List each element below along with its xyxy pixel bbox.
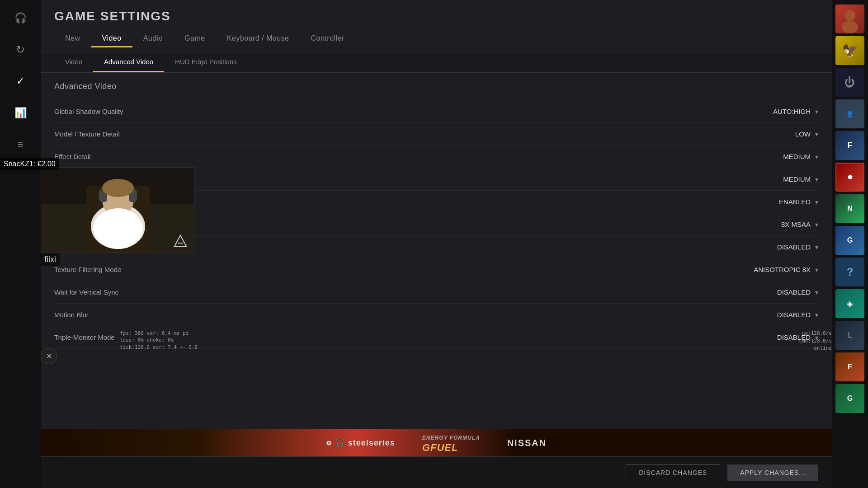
sidebar-headset-icon[interactable]: 🎧 bbox=[9, 7, 32, 29]
setting-value-fxaa[interactable]: DISABLED ▾ bbox=[777, 243, 818, 251]
svg-marker-9 bbox=[175, 235, 186, 246]
subtab-hud[interactable]: HUD Edge Positions bbox=[164, 52, 248, 72]
sponsor-nissan: NISSAN bbox=[507, 438, 547, 448]
setting-vsync[interactable]: Wait for Vertical Sync DISABLED ▾ bbox=[54, 281, 818, 304]
sidebar-check-icon[interactable]: ✓ bbox=[9, 70, 32, 93]
sidebar-avatar-dark[interactable]: L bbox=[835, 321, 864, 350]
debug-text: fps: 380 var: 0.4 ms pi loss: 0% choke: … bbox=[120, 330, 198, 351]
sponsor-bar: ⚙ 🎧 steelseries ENERGY FORMULA GFUEL NIS… bbox=[41, 429, 832, 456]
webcam-person bbox=[41, 168, 194, 253]
right-sidebar: 🦅 ⏻ 👤 F ⬟ N G ? ◈ L F G bbox=[832, 0, 868, 488]
setting-label-global-shadow: Global Shadow Quality bbox=[54, 108, 123, 115]
sidebar-menu-icon[interactable]: ≡ bbox=[9, 133, 32, 156]
setting-label-model-texture: Model / Texture Detail bbox=[54, 130, 120, 138]
setting-texture-filtering[interactable]: Texture Filtering Mode ANISOTROPIC 8X ▾ bbox=[54, 258, 818, 281]
setting-motion-blur[interactable]: Motion Blur DISABLED ▾ bbox=[54, 304, 818, 326]
setting-global-shadow[interactable]: Global Shadow Quality AUTO:HIGH ▾ bbox=[54, 100, 818, 123]
subtab-advanced-video[interactable]: Advanced Video bbox=[93, 52, 164, 72]
sidebar-avatar-green[interactable]: N bbox=[835, 194, 864, 223]
main-tabs: New Video Audio Game Keyboard / Mouse Co… bbox=[54, 31, 818, 47]
sidebar-avatar-teal[interactable]: ◈ bbox=[835, 289, 864, 318]
chevron-icon: ▾ bbox=[815, 131, 818, 138]
donation-text: SnacKZ1: €2.00 bbox=[0, 158, 59, 170]
tab-controller[interactable]: Controller bbox=[300, 31, 355, 47]
tab-audio[interactable]: Audio bbox=[132, 31, 174, 47]
setting-label-vsync: Wait for Vertical Sync bbox=[54, 288, 118, 296]
setting-value-shader-detail[interactable]: MEDIUM ▾ bbox=[783, 175, 818, 183]
chevron-icon: ▾ bbox=[815, 198, 818, 206]
sidebar-avatar-red[interactable]: ⬟ bbox=[835, 163, 864, 192]
chevron-icon: ▾ bbox=[815, 176, 818, 183]
sidebar-avatar-user[interactable]: 👤 bbox=[835, 99, 864, 128]
close-webcam-button[interactable]: ✕ bbox=[41, 348, 57, 364]
svg-point-8 bbox=[102, 179, 134, 197]
header: GAME SETTINGS New Video Audio Game Keybo… bbox=[41, 0, 832, 52]
setting-value-vsync[interactable]: DISABLED ▾ bbox=[777, 288, 818, 296]
webcam-overlay bbox=[41, 167, 194, 253]
setting-effect-detail[interactable]: Effect Detail MEDIUM ▾ bbox=[54, 145, 818, 168]
sidebar-avatar-power[interactable]: ⏻ bbox=[835, 68, 864, 97]
chevron-icon: ▾ bbox=[815, 108, 818, 115]
sidebar-avatar-eagle[interactable]: 🦅 bbox=[835, 36, 864, 65]
apply-changes-button[interactable]: APPLY CHANGES... bbox=[727, 465, 818, 481]
setting-label-triple-monitor: Triple-Monitor Mode bbox=[54, 333, 115, 341]
chevron-icon: ▾ bbox=[815, 221, 818, 228]
setting-model-texture[interactable]: Model / Texture Detail LOW ▾ bbox=[54, 123, 818, 145]
bottom-bar: DISCARD CHANGES APPLY CHANGES... bbox=[41, 456, 832, 488]
streamer-name: fiixi bbox=[41, 253, 60, 266]
sidebar-avatar-faze[interactable]: F bbox=[835, 131, 864, 160]
sponsor-gfuel: ENERGY FORMULA GFUEL bbox=[422, 432, 480, 454]
setting-label-texture-filtering: Texture Filtering Mode bbox=[54, 266, 121, 273]
sidebar-avatar-blue[interactable]: G bbox=[835, 226, 864, 255]
chevron-icon: ▾ bbox=[815, 153, 818, 160]
setting-value-multicore[interactable]: ENABLED ▾ bbox=[779, 198, 818, 206]
page-title: GAME SETTINGS bbox=[54, 9, 818, 23]
chevron-icon: ▾ bbox=[815, 244, 818, 251]
sidebar-chart-icon[interactable]: 📊 bbox=[9, 102, 32, 124]
server-stats: up:128.0/s cmd:128.0/s online bbox=[799, 330, 832, 352]
tab-new[interactable]: New bbox=[54, 31, 91, 47]
sidebar-refresh-icon[interactable]: ↻ bbox=[9, 38, 32, 61]
tab-keyboard-mouse[interactable]: Keyboard / Mouse bbox=[216, 31, 300, 47]
setting-label-effect-detail: Effect Detail bbox=[54, 153, 91, 160]
sidebar-avatar-question[interactable]: ? bbox=[835, 258, 864, 286]
tab-game[interactable]: Game bbox=[174, 31, 216, 47]
section-title: Advanced Video bbox=[54, 82, 818, 91]
setting-value-effect-detail[interactable]: MEDIUM ▾ bbox=[783, 153, 818, 160]
webcam-logo bbox=[174, 235, 187, 248]
chevron-icon: ▾ bbox=[815, 289, 818, 296]
svg-point-5 bbox=[93, 208, 143, 249]
left-sidebar: 🎧 ↻ ✓ 📊 ≡ bbox=[0, 0, 41, 488]
setting-value-texture-filtering[interactable]: ANISOTROPIC 8X ▾ bbox=[754, 266, 818, 273]
discard-changes-button[interactable]: DISCARD CHANGES bbox=[626, 464, 720, 481]
sponsor-steelseries: ⚙ 🎧 steelseries bbox=[326, 438, 395, 448]
sub-tabs: Video Advanced Video HUD Edge Positions bbox=[41, 52, 832, 73]
setting-label-motion-blur: Motion Blur bbox=[54, 311, 89, 319]
sidebar-avatar-orange[interactable]: F bbox=[835, 352, 864, 381]
setting-value-antialiasing-mode[interactable]: 8X MSAA ▾ bbox=[781, 221, 818, 228]
setting-value-motion-blur[interactable]: DISABLED ▾ bbox=[777, 311, 818, 319]
setting-value-global-shadow[interactable]: AUTO:HIGH ▾ bbox=[773, 108, 818, 115]
subtab-video[interactable]: Video bbox=[54, 52, 93, 72]
chevron-icon: ▾ bbox=[815, 266, 818, 273]
chevron-icon: ▾ bbox=[815, 311, 818, 319]
setting-value-model-texture[interactable]: LOW ▾ bbox=[795, 130, 818, 138]
top-user-avatar[interactable] bbox=[835, 5, 864, 33]
settings-content: Advanced Video Global Shadow Quality AUT… bbox=[41, 73, 832, 488]
tab-video[interactable]: Video bbox=[91, 31, 132, 47]
sidebar-avatar-lime[interactable]: G bbox=[835, 384, 864, 413]
webcam-content bbox=[41, 168, 194, 253]
